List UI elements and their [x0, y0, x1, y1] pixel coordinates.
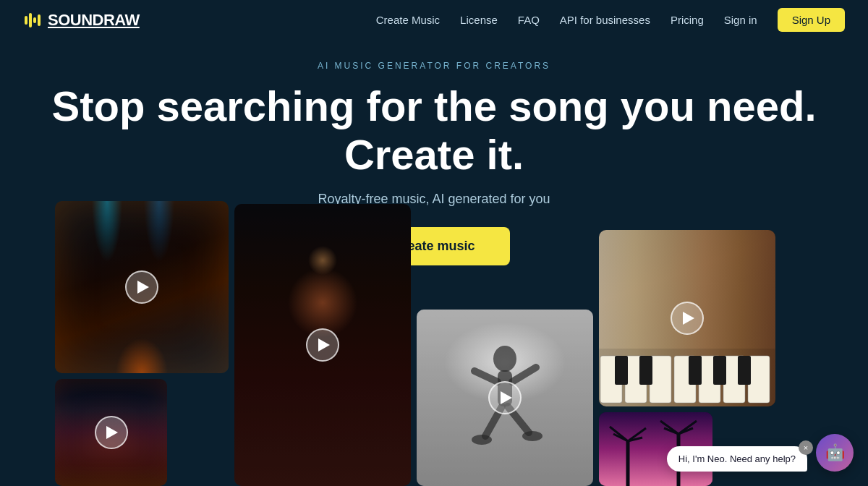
svg-point-10 [472, 435, 492, 445]
svg-rect-1 [29, 13, 32, 27]
svg-point-4 [493, 346, 516, 372]
nav-api[interactable]: API for businesses [560, 14, 650, 26]
navbar: SOUNDRAW Create Music License FAQ API fo… [0, 0, 868, 40]
chat-container: Hi, I'm Neo. Need any help? × [667, 446, 807, 472]
media-card-dancer[interactable] [417, 310, 593, 486]
nav-links: Create Music License FAQ API for busines… [376, 14, 845, 27]
svg-point-11 [522, 431, 542, 441]
svg-line-7 [512, 367, 536, 382]
hero-title-line1: Stop searching for the song you need. [52, 82, 817, 129]
svg-rect-15 [650, 356, 671, 403]
play-button-disco[interactable] [306, 328, 339, 362]
svg-rect-0 [25, 16, 27, 25]
svg-rect-20 [615, 356, 628, 385]
logo-icon [23, 10, 43, 30]
svg-rect-23 [713, 356, 726, 385]
media-card-piano[interactable] [599, 230, 775, 406]
nav-signin[interactable]: Sign in [724, 14, 757, 26]
svg-rect-24 [738, 356, 751, 385]
nav-faq[interactable]: FAQ [518, 14, 540, 26]
media-card-disco[interactable] [234, 204, 411, 486]
nav-create-music[interactable]: Create Music [376, 14, 440, 26]
svg-rect-2 [33, 17, 36, 23]
chat-bubble: Hi, I'm Neo. Need any help? [667, 446, 807, 472]
play-button-piano[interactable] [671, 302, 704, 335]
media-card-city[interactable] [55, 379, 167, 486]
nav-pricing[interactable]: Pricing [671, 14, 704, 26]
hero-title: Stop searching for the song you need. Cr… [0, 82, 868, 179]
piano-keys [599, 349, 775, 406]
svg-line-6 [475, 371, 498, 382]
nav-signup-button[interactable]: Sign Up [778, 8, 845, 32]
chat-close-button[interactable]: × [799, 440, 813, 455]
svg-rect-19 [748, 356, 770, 403]
nav-license[interactable]: License [460, 14, 498, 26]
svg-rect-21 [639, 356, 652, 385]
svg-rect-3 [38, 14, 41, 26]
play-button-dancer[interactable] [488, 381, 522, 414]
svg-rect-22 [689, 356, 702, 385]
hero-eyebrow: AI MUSIC GENERATOR FOR CREATORS [0, 61, 868, 71]
chat-avatar-icon: 🤖 [825, 443, 845, 462]
play-button-concert[interactable] [125, 270, 158, 304]
logo[interactable]: SOUNDRAW [23, 10, 140, 30]
hero-title-line2: Create it. [344, 131, 524, 178]
logo-text: SOUNDRAW [48, 11, 140, 30]
chat-message: Hi, I'm Neo. Need any help? [678, 453, 796, 464]
chat-widget: Hi, I'm Neo. Need any help? × 🤖 [667, 434, 854, 472]
play-button-city[interactable] [95, 416, 128, 449]
chat-avatar[interactable]: 🤖 [816, 434, 854, 472]
col-left [55, 201, 229, 486]
media-card-concert[interactable] [55, 201, 229, 373]
